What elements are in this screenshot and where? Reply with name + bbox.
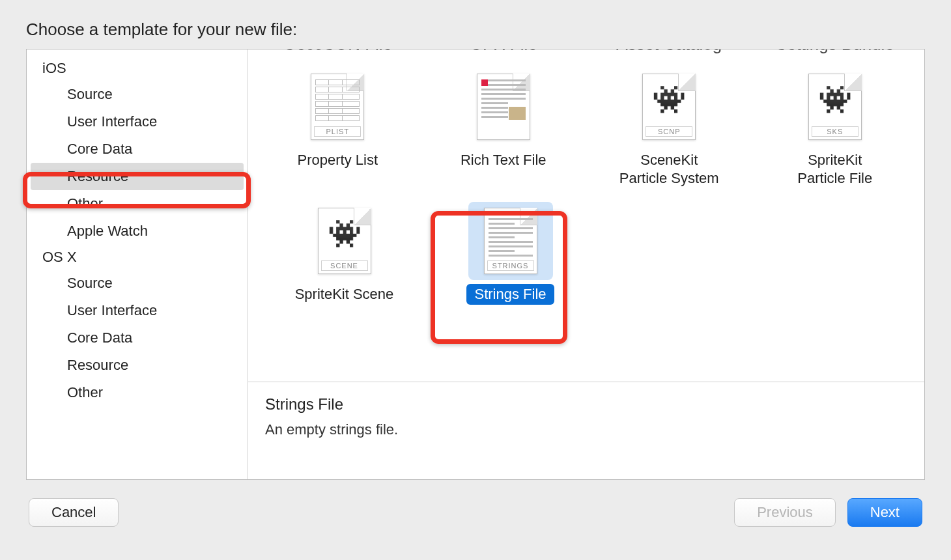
sidebar-item-resource[interactable]: Resource — [31, 163, 244, 190]
template-content: GeoJSON FileGPX FileAsset CatalogSetting… — [248, 49, 924, 479]
sidebar-item-core-data[interactable]: Core Data — [31, 135, 244, 163]
dialog-footer: Cancel Previous Next — [26, 498, 925, 527]
file-badge: SCNP — [646, 126, 692, 137]
template-label: GPX File — [462, 49, 545, 55]
details-name: Strings File — [265, 395, 907, 413]
next-button[interactable]: Next — [847, 498, 922, 527]
template-icon: 👾SCNP — [627, 68, 711, 146]
template-icon: 👾SKS — [793, 68, 877, 146]
template-label: Asset Catalog — [608, 49, 730, 55]
template-item[interactable]: Asset Catalog — [593, 49, 746, 55]
sidebar-item-user-interface[interactable]: User Interface — [31, 297, 244, 324]
template-panel: iOSSourceUser InterfaceCore DataResource… — [26, 49, 925, 480]
template-item-rich-text-file[interactable]: Rich Text File — [427, 68, 580, 171]
template-label: GeoJSON File — [275, 49, 400, 55]
template-item-scenekit-particle-system[interactable]: 👾SCNPSceneKit Particle System — [593, 68, 746, 189]
sidebar-item-apple-watch[interactable]: Apple Watch — [31, 217, 244, 245]
template-label: Settings Bundle — [768, 49, 902, 55]
template-item-property-list[interactable]: PLISTProperty List — [261, 68, 414, 171]
template-icon: 👾SCENE — [302, 202, 387, 280]
template-icon: STRINGS — [468, 202, 553, 280]
template-icon-area: GeoJSON FileGPX FileAsset CatalogSetting… — [248, 49, 924, 382]
file-badge: SCENE — [321, 260, 368, 271]
sidebar-group-osx: OS X — [31, 245, 244, 270]
sidebar-group-ios: iOS — [31, 56, 244, 81]
template-label: SpriteKit Scene — [287, 284, 402, 305]
template-label: SceneKit Particle System — [612, 150, 727, 189]
details-description: An empty strings file. — [265, 421, 907, 438]
file-badge: SKS — [812, 126, 859, 137]
sidebar-item-source[interactable]: Source — [31, 270, 244, 297]
template-item-spritekit-scene[interactable]: 👾SCENESpriteKit Scene — [268, 202, 421, 305]
new-file-dialog: Choose a template for your new file: iOS… — [26, 13, 925, 527]
sidebar-item-other[interactable]: Other — [31, 379, 244, 406]
template-details: Strings File An empty strings file. — [248, 382, 924, 479]
template-label: SpriteKit Particle File — [789, 150, 880, 189]
template-icon: PLIST — [295, 68, 380, 146]
template-row-cutoff: GeoJSON FileGPX FileAsset CatalogSetting… — [255, 49, 918, 55]
template-item[interactable]: Settings Bundle — [758, 49, 911, 55]
template-icon — [461, 68, 546, 146]
cancel-button[interactable]: Cancel — [29, 498, 119, 527]
template-item-strings-file[interactable]: STRINGSStrings File — [434, 202, 587, 305]
template-row: PLISTProperty ListRich Text File👾SCNPSce… — [255, 68, 918, 189]
template-label: Rich Text File — [453, 150, 554, 171]
sidebar: iOSSourceUser InterfaceCore DataResource… — [27, 49, 248, 479]
template-label: Strings File — [466, 284, 554, 305]
sidebar-item-other[interactable]: Other — [31, 190, 244, 217]
file-badge: PLIST — [314, 126, 361, 137]
template-label: Property List — [290, 150, 386, 171]
file-badge: STRINGS — [487, 260, 534, 271]
sidebar-item-user-interface[interactable]: User Interface — [31, 108, 244, 135]
sidebar-item-resource[interactable]: Resource — [31, 352, 244, 379]
template-item[interactable]: GPX File — [427, 49, 580, 55]
sidebar-item-core-data[interactable]: Core Data — [31, 324, 244, 352]
template-item-spritekit-particle-file[interactable]: 👾SKSSpriteKit Particle File — [758, 68, 911, 189]
sidebar-item-source[interactable]: Source — [31, 81, 244, 108]
template-item[interactable]: GeoJSON File — [261, 49, 414, 55]
previous-button[interactable]: Previous — [734, 498, 836, 527]
dialog-title: Choose a template for your new file: — [26, 20, 925, 40]
template-row: 👾SCENESpriteKit SceneSTRINGSStrings File — [255, 202, 918, 305]
